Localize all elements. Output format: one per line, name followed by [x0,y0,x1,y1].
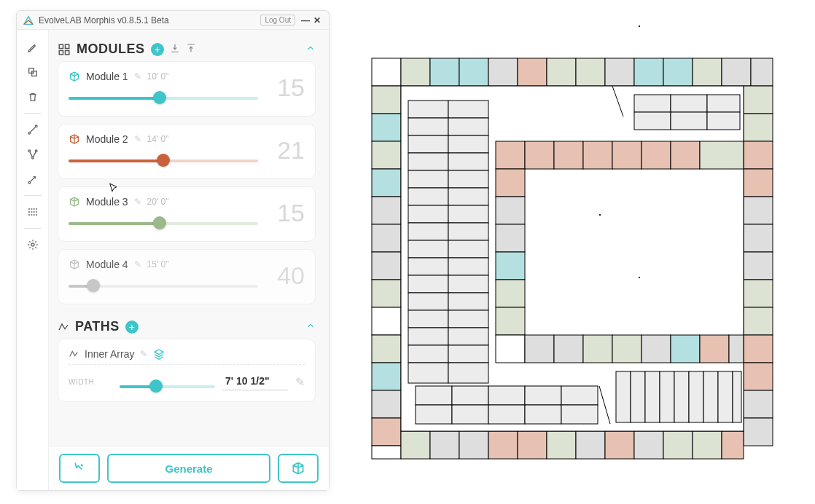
module-slider[interactable] [69,216,258,229]
svg-point-7 [28,181,31,184]
svg-rect-32 [372,224,401,252]
svg-point-8 [31,243,34,246]
svg-rect-81 [408,223,448,240]
layers-icon[interactable] [153,348,165,360]
path-tool-3[interactable] [21,168,44,191]
svg-rect-99 [634,95,671,112]
add-module-button[interactable]: + [151,43,164,56]
module-card[interactable]: Module 3 ✎ 20' 0" 15 [58,186,316,242]
width-slider[interactable] [120,379,215,393]
svg-rect-56 [459,431,488,459]
svg-rect-69 [408,118,448,135]
svg-rect-42 [744,141,773,169]
svg-rect-118 [496,307,525,335]
svg-rect-116 [496,252,525,280]
generate-button[interactable]: Generate [107,454,270,483]
export-button[interactable] [186,43,196,55]
svg-rect-9 [59,44,63,48]
svg-rect-92 [448,310,488,328]
edit-module-icon[interactable]: ✎ [134,259,141,269]
edit-module-icon[interactable]: ✎ [134,71,141,82]
path-card[interactable]: Inner Array ✎ WIDTH 7' 10 1/2" ✎ [58,339,316,402]
modules-icon [58,43,71,56]
svg-rect-125 [671,335,700,363]
download-icon [170,43,180,53]
scroll-area[interactable]: MODULES + Module 1 ✎ 10' 0" [49,30,329,446]
svg-rect-24 [693,58,722,86]
svg-rect-29 [372,141,401,169]
svg-rect-55 [430,431,459,459]
branch-icon [27,149,39,160]
svg-rect-71 [408,135,448,153]
paths-section-header: PATHS + [58,315,316,339]
path-tool-2[interactable] [21,143,44,166]
module-name: Module 2 [86,133,128,145]
svg-rect-95 [408,345,448,363]
module-card[interactable]: Module 2 ✎ 14' 0" 21 [58,124,316,179]
main-panel: MODULES + Module 1 ✎ 10' 0" [49,30,329,490]
collapse-modules[interactable] [305,43,316,56]
path-arrow-icon [27,173,39,185]
svg-rect-124 [642,335,671,363]
svg-rect-67 [408,101,448,118]
svg-rect-82 [448,223,488,240]
close-button[interactable]: ✕ [311,15,323,25]
svg-rect-93 [408,328,448,345]
chevron-up-icon [305,43,316,53]
svg-rect-146 [733,371,741,422]
path-tool-1[interactable] [21,118,44,141]
svg-rect-110 [642,141,671,169]
path-name: Inner Array [85,348,134,360]
svg-rect-144 [703,371,718,422]
module-name: Module 3 [86,196,128,208]
cube-icon [69,71,80,82]
svg-rect-59 [547,431,576,459]
svg-rect-62 [634,431,663,459]
svg-rect-109 [612,141,642,169]
import-button[interactable] [170,43,180,55]
pencil-tool[interactable] [21,36,44,59]
svg-rect-49 [744,335,773,363]
logout-button[interactable]: Log Out [260,15,295,25]
svg-rect-108 [583,141,612,169]
delete-tool[interactable] [21,85,44,109]
svg-point-5 [35,150,37,152]
magic-button[interactable] [59,454,100,483]
app-logo-icon [23,15,34,26]
add-path-button[interactable]: + [125,320,139,334]
edit-path-icon[interactable]: ✎ [140,349,147,359]
svg-rect-33 [372,252,401,280]
edit-module-icon[interactable]: ✎ [134,197,141,207]
svg-rect-103 [671,112,707,130]
settings-tool[interactable] [21,233,44,256]
module-slider[interactable] [69,154,258,167]
grid-tool[interactable] [21,200,44,224]
module-slider[interactable] [69,279,258,292]
svg-rect-21 [605,58,634,86]
module-slider[interactable] [69,91,258,104]
svg-rect-114 [496,197,525,224]
module-count: 15 [268,199,305,227]
svg-rect-34 [372,280,401,307]
svg-rect-74 [448,153,488,170]
module-dims: 20' 0" [147,197,169,207]
minimize-button[interactable]: — [300,15,311,25]
svg-rect-51 [744,390,773,418]
svg-rect-41 [744,114,773,141]
svg-rect-113 [496,169,525,197]
collapse-paths[interactable] [305,320,316,334]
svg-rect-23 [663,58,693,86]
svg-rect-37 [372,363,401,390]
cube-button[interactable] [278,454,319,483]
edit-width-icon[interactable]: ✎ [295,375,305,389]
svg-rect-145 [718,371,733,422]
svg-rect-43 [744,169,773,197]
edit-module-icon[interactable]: ✎ [134,134,141,144]
module-card[interactable]: Module 1 ✎ 10' 0" 15 [58,61,316,117]
left-toolbar [17,30,49,490]
module-card[interactable]: Module 4 ✎ 15' 0" 40 [58,249,316,304]
copy-tool[interactable] [21,60,44,84]
svg-rect-84 [448,240,488,258]
module-count: 15 [268,74,305,102]
svg-rect-73 [408,153,448,170]
